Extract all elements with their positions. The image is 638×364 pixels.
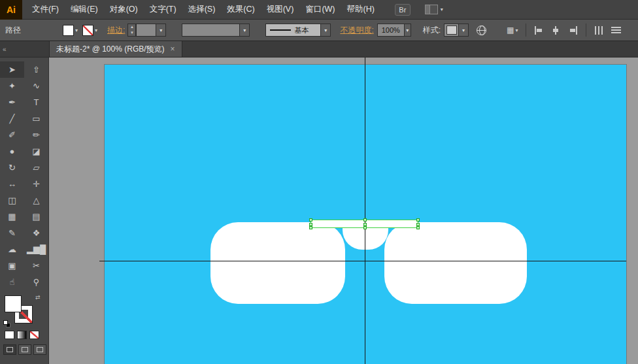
- stroke-panel-link[interactable]: 描边:: [107, 25, 125, 36]
- graphic-style-label: 样式:: [423, 25, 441, 36]
- selection-handle[interactable]: [363, 226, 367, 229]
- chevron-down-icon: ▾: [75, 27, 78, 33]
- glasses-right-lens-shape[interactable]: [384, 222, 527, 304]
- selection-handle[interactable]: [309, 226, 312, 229]
- gradient-button[interactable]: [17, 331, 27, 339]
- stepper-up-icon: ▲: [128, 24, 135, 30]
- hand-tool[interactable]: ☝: [0, 274, 24, 290]
- width-profile-select[interactable]: ▾: [182, 24, 250, 37]
- menu-select[interactable]: 选择(S): [182, 0, 222, 19]
- mesh-tool[interactable]: ▦: [0, 208, 24, 225]
- menu-file[interactable]: 文件(F): [26, 0, 65, 19]
- tools-panel-collapse[interactable]: «: [0, 41, 49, 57]
- stroke-weight-stepper[interactable]: ▲ ▼: [127, 24, 136, 37]
- stroke-style-select[interactable]: 基本 ▾: [265, 24, 331, 37]
- align-left-button[interactable]: [532, 25, 546, 36]
- paintbrush-tool[interactable]: ✐: [0, 127, 24, 143]
- canvas[interactable]: [49, 58, 638, 364]
- draw-inside-button[interactable]: [33, 344, 46, 355]
- close-icon[interactable]: ×: [171, 44, 175, 54]
- color-button[interactable]: [5, 331, 14, 339]
- symbol-sprayer-tool[interactable]: ☁: [0, 241, 24, 257]
- fill-swatch: [63, 25, 74, 36]
- eraser-tool[interactable]: ◪: [24, 143, 48, 159]
- opacity-select[interactable]: 100% ▾: [377, 24, 411, 37]
- align-center-button[interactable]: [549, 25, 563, 36]
- type-tool[interactable]: T: [24, 94, 48, 110]
- workspace-switcher[interactable]: ▾: [425, 5, 443, 14]
- zoom-tool[interactable]: ⚲: [24, 274, 48, 290]
- stroke-style-line-icon: [270, 29, 291, 31]
- scale-tool[interactable]: ▱: [24, 159, 48, 176]
- chevron-down-icon: ▾: [156, 24, 165, 36]
- opacity-panel-link[interactable]: 不透明度:: [340, 25, 373, 36]
- recolor-artwork-icon[interactable]: [477, 25, 486, 35]
- chevron-down-icon: ▾: [95, 27, 97, 33]
- selection-handle[interactable]: [309, 218, 312, 222]
- menu-object[interactable]: 对象(O): [104, 0, 144, 19]
- pen-tool[interactable]: ✒: [0, 94, 24, 110]
- vertical-guide-line: [365, 58, 365, 364]
- stepper-down-icon: ▼: [128, 30, 135, 36]
- selection-bounding-box: [311, 220, 418, 228]
- blob-brush-tool[interactable]: ●: [0, 143, 24, 159]
- blend-tool[interactable]: ❖: [24, 225, 48, 241]
- selection-handle[interactable]: [416, 218, 420, 222]
- horizontal-guide-line: [99, 261, 626, 261]
- column-graph-tool[interactable]: ▂▆█: [24, 241, 48, 257]
- menu-edit[interactable]: 编辑(E): [65, 0, 104, 19]
- pencil-tool[interactable]: ✏: [24, 127, 48, 143]
- menu-effect[interactable]: 效果(C): [221, 0, 260, 19]
- fill-color-picker[interactable]: ▾: [63, 25, 78, 36]
- glasses-left-lens-shape[interactable]: [210, 222, 345, 304]
- magic-wand-tool[interactable]: ✦: [0, 78, 24, 94]
- chevron-down-icon: ▾: [320, 24, 330, 36]
- align-options-dropdown[interactable]: ▦ ▾: [505, 25, 520, 35]
- fill-indicator[interactable]: [5, 295, 22, 312]
- stroke-weight-select[interactable]: ▾: [136, 24, 166, 37]
- selection-tool[interactable]: ➤: [0, 61, 24, 78]
- perspective-grid-tool[interactable]: △: [24, 192, 48, 208]
- lasso-tool[interactable]: ∿: [24, 78, 48, 94]
- default-fill-stroke-icon[interactable]: [3, 320, 10, 327]
- rotate-tool[interactable]: ↻: [0, 159, 24, 176]
- fill-stroke-indicator: ⇄: [0, 294, 48, 329]
- stroke-weight-value: [137, 24, 156, 36]
- menu-help[interactable]: 帮助(H): [341, 0, 380, 19]
- grid-icon: ▦: [507, 26, 514, 34]
- app-logo: Ai: [0, 0, 22, 20]
- eyedropper-tool[interactable]: ✎: [0, 225, 24, 241]
- slice-tool[interactable]: ✂: [24, 257, 48, 274]
- opacity-value: 100%: [378, 24, 404, 36]
- chevron-down-icon: ▾: [404, 24, 411, 36]
- align-center-icon: [551, 26, 561, 35]
- draw-behind-button[interactable]: [18, 344, 31, 355]
- selection-handle[interactable]: [416, 226, 420, 229]
- align-right-button[interactable]: [566, 25, 580, 36]
- stroke-color-picker[interactable]: ▾: [82, 25, 97, 36]
- none-button[interactable]: [29, 331, 39, 339]
- distribute-vertical-button[interactable]: [609, 25, 623, 36]
- menu-view[interactable]: 视图(V): [261, 0, 300, 19]
- menu-type[interactable]: 文字(T): [144, 0, 182, 19]
- width-tool[interactable]: ↔: [0, 176, 24, 192]
- tools-panel: ➤⇧✦∿✒T╱▭✐✏●◪↻▱↔✛◫△▦▤✎❖☁▂▆█▣✂☝⚲ ⇄: [0, 58, 49, 364]
- graphic-style-select[interactable]: ▾: [444, 24, 469, 37]
- document-title: 未标题-2* @ 100% (RGB/预览): [56, 44, 165, 55]
- free-transform-tool[interactable]: ✛: [24, 176, 48, 192]
- line-segment-tool[interactable]: ╱: [0, 110, 24, 127]
- gradient-tool[interactable]: ▤: [24, 208, 48, 225]
- artboard: [105, 65, 626, 364]
- menu-window[interactable]: 窗口(W): [299, 0, 341, 19]
- artboard-tool[interactable]: ▣: [0, 257, 24, 274]
- stroke-none-swatch: [82, 25, 93, 36]
- bridge-button[interactable]: Br: [395, 4, 411, 16]
- shape-builder-tool[interactable]: ◫: [0, 192, 24, 208]
- draw-normal-button[interactable]: [3, 344, 16, 355]
- selection-handle[interactable]: [363, 218, 367, 222]
- direct-selection-tool[interactable]: ⇧: [24, 61, 48, 78]
- rectangle-tool[interactable]: ▭: [24, 110, 48, 127]
- swap-fill-stroke-icon[interactable]: ⇄: [35, 294, 41, 301]
- document-tab[interactable]: 未标题-2* @ 100% (RGB/预览) ×: [49, 41, 182, 57]
- distribute-horizontal-button[interactable]: [592, 25, 606, 36]
